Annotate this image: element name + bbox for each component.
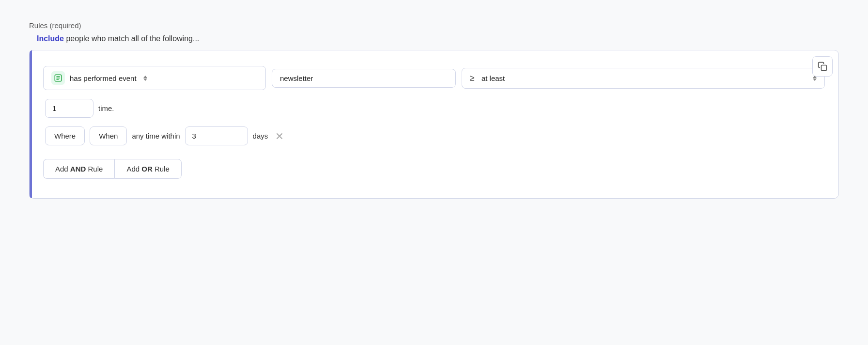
anytime-label: any time within [132,132,180,140]
copy-button[interactable] [812,56,833,77]
row1: has performed event newsletter ≥ at leas… [43,66,825,90]
when-label: When [99,132,118,140]
time-label: time. [98,104,114,112]
event-type-label: has performed event [70,74,137,82]
rules-wrapper: has performed event newsletter ≥ at leas… [29,50,839,199]
page-container: Rules (required) Include people who matc… [17,12,851,208]
days-input[interactable] [185,126,248,145]
row3: Where When any time within days [43,126,825,145]
event-type-dropdown[interactable]: has performed event [43,66,266,90]
ge-symbol: ≥ [470,73,475,83]
chevron-down-icon [813,78,817,81]
add-and-bold: AND [70,165,86,173]
include-line: Include people who match all of the foll… [29,34,839,43]
comparator-dropdown[interactable]: ≥ at least [462,68,825,89]
svg-rect-0 [822,65,827,71]
chevron-down-icon [143,78,147,81]
left-accent-bar [30,50,32,198]
remove-button[interactable] [273,129,286,143]
event-name-label: newsletter [280,74,313,82]
comparator-label: at least [481,74,505,82]
row2: time. [43,99,825,118]
add-or-suffix: Rule [153,165,170,173]
add-and-suffix: Rule [86,165,103,173]
include-suffix: people who match all of the following... [64,34,199,43]
count-input[interactable] [45,99,93,118]
add-or-button[interactable]: Add OR Rule [114,159,181,179]
where-label: Where [54,132,76,140]
event-icon [54,74,62,82]
close-icon [275,131,284,141]
add-and-button[interactable]: Add AND Rule [43,159,114,179]
where-button[interactable]: Where [45,126,85,145]
when-button[interactable]: When [90,126,127,145]
add-and-prefix: Add [55,165,70,173]
days-label: days [253,132,268,140]
add-or-bold: OR [141,165,153,173]
include-bold: Include [37,34,64,43]
chevron-up-icon [143,76,147,78]
bottom-row: Add AND Rule Add OR Rule [43,159,825,179]
event-icon-wrap [51,71,65,85]
event-name-dropdown[interactable]: newsletter [272,69,456,88]
section-title: Rules (required) [29,21,839,30]
add-or-prefix: Add [126,165,141,173]
chevron-updown-icon [143,76,147,81]
